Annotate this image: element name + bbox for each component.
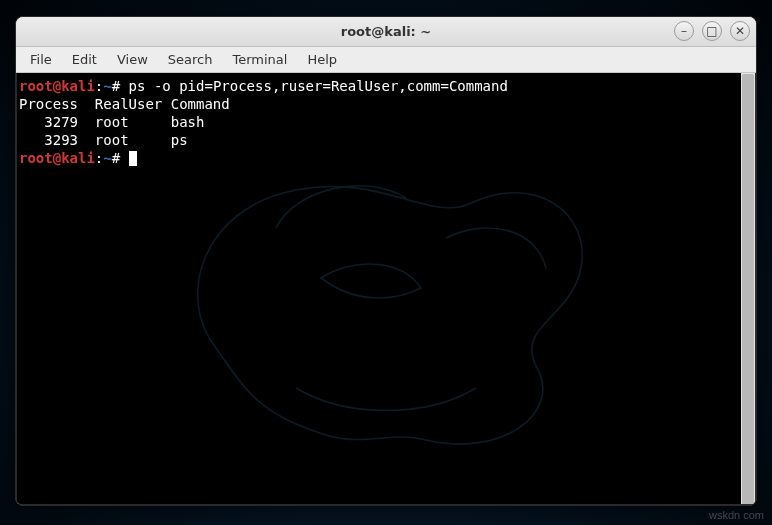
command-1: ps -o pid=Process,ruser=RealUser,comm=Co… bbox=[129, 78, 508, 94]
menu-file[interactable]: File bbox=[22, 49, 60, 70]
prompt-path: ~ bbox=[103, 78, 111, 94]
watermark: wskdn com bbox=[709, 509, 764, 521]
minimize-button[interactable]: – bbox=[674, 21, 694, 41]
close-button[interactable]: ✕ bbox=[730, 21, 750, 41]
output-header: Process RealUser Command bbox=[19, 96, 230, 112]
minimize-icon: – bbox=[681, 25, 687, 37]
scrollbar-thumb[interactable] bbox=[742, 74, 754, 505]
prompt-userhost: root@kali bbox=[19, 78, 95, 94]
maximize-button[interactable]: □ bbox=[702, 21, 722, 41]
scrollbar[interactable] bbox=[741, 73, 755, 504]
close-icon: ✕ bbox=[735, 25, 745, 37]
terminal-viewport[interactable]: root@kali:~# ps -o pid=Process,ruser=Rea… bbox=[16, 73, 756, 505]
output-row-1: 3279 root bash bbox=[19, 114, 204, 130]
menu-search[interactable]: Search bbox=[160, 49, 221, 70]
prompt-sep2b: # bbox=[112, 150, 129, 166]
menu-edit[interactable]: Edit bbox=[64, 49, 105, 70]
terminal-content[interactable]: root@kali:~# ps -o pid=Process,ruser=Rea… bbox=[17, 73, 755, 171]
output-row-2: 3293 root ps bbox=[19, 132, 188, 148]
prompt-userhost-2: root@kali bbox=[19, 150, 95, 166]
window-controls: – □ ✕ bbox=[674, 21, 750, 41]
menu-view[interactable]: View bbox=[109, 49, 156, 70]
menu-help[interactable]: Help bbox=[299, 49, 345, 70]
menu-terminal[interactable]: Terminal bbox=[224, 49, 295, 70]
terminal-window: root@kali: ~ – □ ✕ File Edit View Search… bbox=[15, 16, 757, 506]
cursor-block bbox=[129, 151, 137, 166]
menubar: File Edit View Search Terminal Help bbox=[16, 47, 756, 73]
titlebar[interactable]: root@kali: ~ – □ ✕ bbox=[16, 17, 756, 47]
prompt-sep2: # bbox=[112, 78, 129, 94]
maximize-icon: □ bbox=[706, 25, 717, 37]
window-title: root@kali: ~ bbox=[16, 24, 756, 39]
prompt-path-2: ~ bbox=[103, 150, 111, 166]
